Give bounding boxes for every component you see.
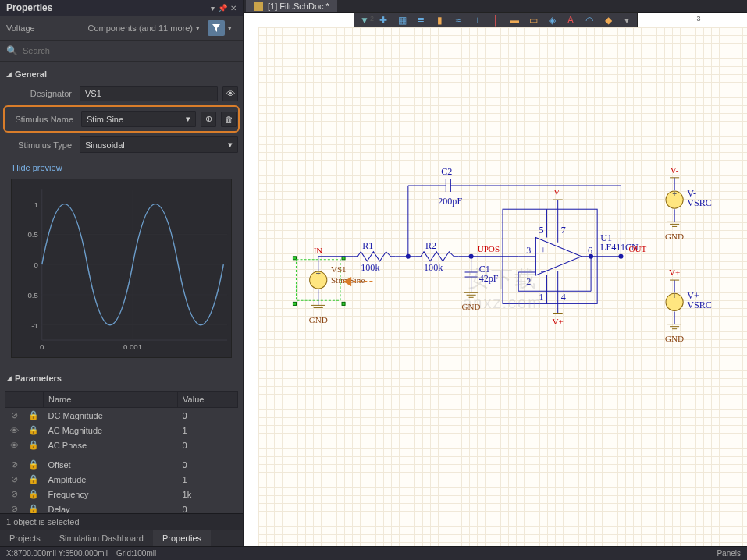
stimulus-name-row-highlight: Stimulus Name Stim Sine ▾ ⊕ 🗑 [3,105,240,133]
netlabel-in[interactable]: IN [314,246,323,255]
svg-text:GND: GND [665,232,684,241]
voltage-label: Voltage [6,23,35,33]
port-icon[interactable]: ◈ [545,13,559,27]
net-icon[interactable]: ≈ [451,13,465,27]
stimulus-name-dropdown[interactable]: Stim Sine ▾ [81,111,196,127]
caret-icon: ◢ [6,374,12,382]
align-icon[interactable]: ≣ [414,13,428,27]
svg-text:VSRC: VSRC [687,299,712,310]
svg-rect-18 [342,302,345,305]
param-row: ⊘🔒Offset0 [5,457,238,472]
pin-icon[interactable]: 📌 [218,4,227,12]
svg-text:0.001: 0.001 [123,342,142,351]
filter-dropdown-icon[interactable]: ▾ [228,24,232,32]
grid-icon[interactable]: ▦ [395,13,409,27]
shape-icon[interactable]: ◠ [582,13,596,27]
svg-rect-16 [293,302,296,305]
cross-icon[interactable]: ✚ [376,13,390,27]
filter-button[interactable] [208,20,225,36]
netlabel-upos[interactable]: UPOS [478,244,500,253]
component-c2[interactable]: C2 200pF [438,166,462,207]
svg-text:+: + [540,245,546,256]
svg-text:+: + [672,292,677,300]
scope-dropdown-icon[interactable]: ▾ [196,24,200,32]
properties-panel: Properties ▾ 📌 ✕ Voltage Components (and… [0,0,244,546]
svg-text:C2: C2 [441,166,452,177]
document-tab-bar: [1] Filt.SchDoc * [244,0,747,13]
col-value: Value [178,392,238,408]
general-section-header[interactable]: ◢ General [5,65,238,83]
harness-icon[interactable]: ▭ [526,13,540,27]
delete-stimulus-button[interactable]: 🗑 [221,112,237,127]
lock-icon[interactable]: 🔒 [23,423,44,438]
svg-text:3: 3 [526,245,531,256]
stimulus-type-dropdown[interactable]: Sinusoidal ▾ [80,136,238,153]
bus-icon[interactable]: ▬ [507,13,521,27]
eye-icon[interactable]: 👁 [5,423,23,438]
component-vsrc-pos[interactable]: V+ + V+ VSRC GND [665,268,712,343]
svg-text:GND: GND [665,334,684,343]
svg-text:GND: GND [309,315,328,324]
toolbar-chevron-icon[interactable]: ▾ [620,13,634,27]
panels-button[interactable]: Panels [717,549,741,558]
svg-text:5: 5 [539,225,543,236]
parameters-table: Name Value ⊘🔒DC Magnitude0 👁🔒AC Magnitud… [5,391,238,513]
param-row: ⊘🔒Delay0 [5,502,238,513]
svg-text:-1: -1 [31,321,38,330]
schematic-canvas[interactable]: + VS1 Stim Sine GND [258,27,747,546]
component-r2[interactable]: R2 100k [416,240,459,273]
tab-projects[interactable]: Projects [0,530,50,546]
power-icon[interactable]: ⟂ [470,13,484,27]
component-r1[interactable]: R1 100k [353,240,396,273]
lock-icon[interactable]: 🔒 [23,408,44,424]
lock-icon[interactable]: 🔒 [23,438,44,452]
component-u1[interactable]: + 3 − 2 6 [503,187,639,326]
panel-content: ◢ General Designator VS1 👁 Stimulus Name… [0,62,243,513]
search-input[interactable] [23,46,237,55]
horizontal-ruler: ▼ ✚ ▦ ≣ ▮ ≈ ⟂ │ ▬ ▭ ◈ A ◠ ◆ ▾ 2 3 [244,13,747,27]
component-vs1[interactable]: + VS1 Stim Sine GND [293,257,365,324]
tab-simulation-dashboard[interactable]: Simulation Dashboard [50,530,153,546]
selection-status: 1 object is selected [0,513,243,530]
svg-rect-15 [293,257,296,260]
eye-icon[interactable]: ⊘ [5,502,23,513]
svg-rect-17 [342,257,345,260]
scope-text: Components (and 11 more) [87,23,193,33]
col-name: Name [44,392,178,408]
dropdown-icon[interactable]: ▾ [211,4,215,12]
svg-text:1: 1 [34,200,38,209]
eye-icon[interactable]: ⊘ [5,408,23,424]
svg-text:100k: 100k [424,262,443,273]
waveform-preview: 1 0.5 0 -0.5 -1 0 0.001 [11,179,232,358]
designator-input[interactable]: VS1 [80,86,218,101]
eye-icon[interactable]: ⊘ [5,472,23,487]
lock-icon[interactable]: 🔒 [23,472,44,487]
svg-text:V-: V- [671,165,679,175]
eye-icon[interactable]: ⊘ [5,487,23,502]
panel-tabs: Projects Simulation Dashboard Properties [0,530,243,546]
chevron-down-icon: ▾ [228,140,233,150]
lock-icon[interactable]: 🔒 [23,487,44,502]
lock-icon[interactable]: 🔒 [23,457,44,472]
parameters-section-header[interactable]: ◢ Parameters [5,369,238,388]
svg-text:+: + [672,190,677,198]
eye-icon[interactable]: 👁 [5,438,23,452]
text-icon[interactable]: A [564,13,578,27]
component-c1[interactable]: C1 42pF GND [462,257,499,312]
vertical-ruler [244,27,258,546]
close-icon[interactable]: ✕ [230,4,237,12]
search-icon: 🔍 [6,45,18,56]
lock-icon[interactable]: 🔒 [23,502,44,513]
hide-preview-link[interactable]: Hide preview [11,160,64,175]
netlabel-out[interactable]: OUT [629,244,647,253]
tab-properties[interactable]: Properties [153,530,211,546]
component-vsrc-neg[interactable]: V- + V- VSRC GND [665,165,712,241]
svg-text:100k: 100k [361,262,380,273]
document-tab[interactable]: [1] Filt.SchDoc * [246,0,337,12]
highlight-icon[interactable]: ◆ [601,13,615,27]
add-stimulus-button[interactable]: ⊕ [201,112,216,127]
wire-icon[interactable]: │ [489,13,503,27]
visibility-icon[interactable]: 👁 [222,86,238,101]
eye-icon[interactable]: ⊘ [5,457,23,472]
component-icon[interactable]: ▮ [432,13,446,27]
